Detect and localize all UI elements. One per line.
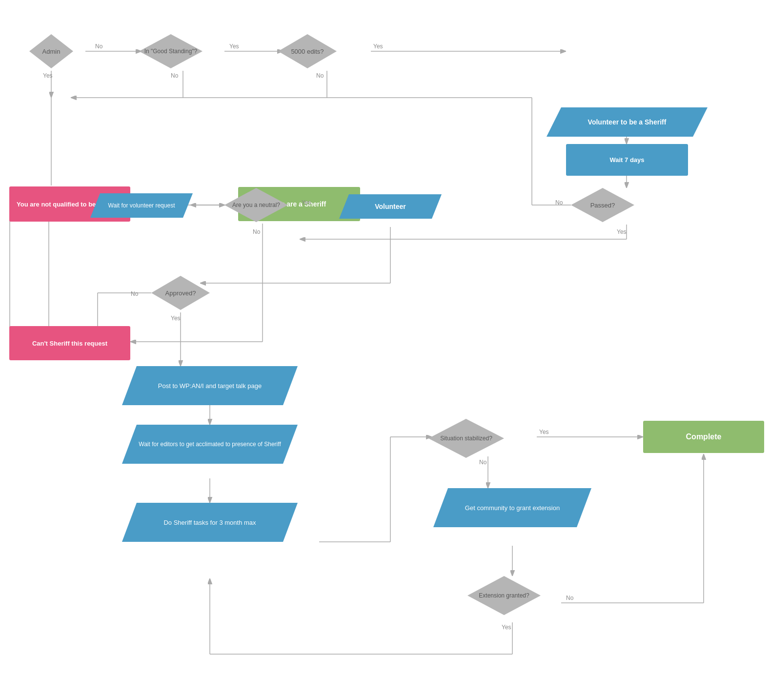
complete-rect: Complete xyxy=(643,421,764,453)
wait-volunteer-parallelogram: Wait for volunteer request xyxy=(90,193,193,218)
admin-yes-label: Yes xyxy=(43,72,53,79)
approved-yes-label: Yes xyxy=(171,315,181,322)
neutral-yes-label: Yes xyxy=(302,199,311,206)
are-you-neutral-diamond: Are you a neutral? xyxy=(224,188,288,222)
extension-no-label: No xyxy=(566,595,573,601)
flowchart: Admin In "Good Standing"? 5000 edits? Vo… xyxy=(0,0,770,700)
situation-stabilized-diamond: Situation stabilized? xyxy=(428,419,504,458)
neutral-no-label: No xyxy=(253,228,260,235)
situation-no-label: No xyxy=(479,459,486,466)
extension-granted-diamond: Extension granted? xyxy=(467,576,541,615)
passed-diamond: Passed? xyxy=(571,188,634,222)
passed-no-label: No xyxy=(555,199,563,206)
five-thousand-yes-label: Yes xyxy=(373,43,383,50)
five-thousand-no-label: No xyxy=(316,72,324,79)
five-thousand-edits-diamond: 5000 edits? xyxy=(278,34,337,68)
volunteer-parallelogram: Volunteer xyxy=(339,194,442,219)
approved-diamond: Approved? xyxy=(151,276,210,310)
cant-sheriff-rect: Can't Sheriff this request xyxy=(9,326,130,360)
situation-yes-label: Yes xyxy=(539,429,549,435)
passed-yes-label: Yes xyxy=(617,228,627,235)
wait-7-days-rect: Wait 7 days xyxy=(566,144,688,176)
admin-diamond: Admin xyxy=(29,34,73,68)
good-standing-diamond: In "Good Standing"? xyxy=(139,34,203,68)
extension-yes-label: Yes xyxy=(502,624,511,631)
volunteer-sheriff-parallelogram: Volunteer to be a Sheriff xyxy=(547,107,708,137)
get-community-parallelogram: Get community to grant extension xyxy=(433,488,591,527)
post-wp-parallelogram: Post to WP:AN/I and target talk page xyxy=(122,366,298,405)
good-standing-no-label: No xyxy=(171,72,178,79)
approved-no-label: No xyxy=(131,290,138,297)
admin-no-label: No xyxy=(95,43,102,50)
wait-editors-parallelogram: Wait for editors to get acclimated to pr… xyxy=(122,425,298,464)
good-standing-yes-label: Yes xyxy=(229,43,239,50)
do-sheriff-parallelogram: Do Sheriff tasks for 3 month max xyxy=(122,503,298,542)
